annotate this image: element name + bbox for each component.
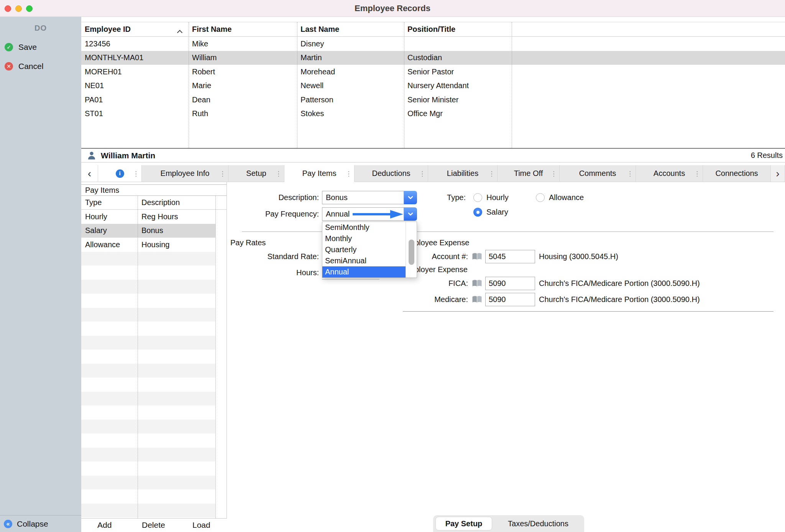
dropdown-option[interactable]: Quarterly [322,244,406,255]
window-title: Employee Records [355,3,430,13]
tab-deductions[interactable]: Deductions ⋮ [355,165,428,182]
load-button[interactable]: Load [192,521,210,530]
medicare-label: Medicare: [395,293,468,306]
pay-items-rows: Hourly Reg Hours Salary Bonus Allowance … [81,210,215,518]
tab-handle-icon: ⋮ [550,169,557,177]
add-button[interactable]: Add [97,521,112,530]
empty-row [81,476,215,490]
save-button[interactable]: ✓ Save [0,43,81,52]
radio-icon [473,193,482,202]
info-icon: i [116,169,124,178]
empty-row [81,336,215,350]
medicare-description: Church's FICA/Medicare Portion (3000.509… [539,293,700,306]
tab-handle-icon: ⋮ [488,169,495,177]
hours-label: Hours: [238,266,319,279]
description-label: Description: [238,191,319,204]
close-window-button[interactable] [5,5,11,12]
account-lookup-icon[interactable] [472,295,482,305]
tab-comments[interactable]: Comments ⋮ [560,165,636,182]
tab-handle-icon: ⋮ [133,169,139,177]
type-label: Type: [425,191,466,204]
description-dropdown[interactable]: Bonus [322,191,417,204]
record-header: William Martin 6 Results [81,148,785,163]
table-row[interactable]: NE01 Marie Newell Nursery Attendant [81,79,785,93]
table-row[interactable]: ST01 Ruth Stokes Office Mgr [81,107,785,121]
fica-account-field[interactable]: 5090 [485,277,535,290]
list-item[interactable]: Hourly Reg Hours [81,210,215,224]
column-header-last-name[interactable]: Last Name [297,25,404,34]
pay-frequency-label: Pay Frequency: [238,207,319,221]
pay-frequency-options-popup: SemiMonthly Monthly Quarterly SemiAnnual… [322,222,417,278]
column-header-type[interactable]: Type [81,198,138,207]
cancel-button[interactable]: ✕ Cancel [0,62,81,71]
empty-row [81,280,215,294]
list-item[interactable]: Allowance Housing [81,238,215,252]
table-row[interactable]: 123456 Mike Disney [81,37,785,51]
tab-time-off[interactable]: Time Off ⋮ [498,165,560,182]
empty-row [81,294,215,308]
bottom-tab-bar: Pay Setup Taxes/Deductions [433,515,584,532]
tab-pay-items[interactable]: Pay Items ⋮ [284,165,355,182]
chevron-down-icon[interactable] [404,207,417,221]
radio-selected-icon [473,208,482,217]
tab-setup[interactable]: Setup ⋮ [228,165,284,182]
sidebar: DO ✓ Save ✕ Cancel « Collapse [0,17,81,532]
popup-scrollbar[interactable] [406,222,417,277]
table-row[interactable]: MOREH01 Robert Morehead Senior Pastor [81,65,785,79]
column-header-employee-id[interactable]: Employee ID [81,25,189,34]
delete-button[interactable]: Delete [142,521,165,530]
empty-row [81,489,215,504]
tab-liabilities[interactable]: Liabilities ⋮ [428,165,498,182]
list-item-selected[interactable]: Salary Bonus [81,224,215,238]
dropdown-options: SemiMonthly Monthly Quarterly SemiAnnual… [322,222,406,277]
radio-icon [536,193,545,202]
person-icon [87,151,96,160]
minimize-window-button[interactable] [15,5,22,12]
column-header-position[interactable]: Position/Title [404,25,512,34]
pay-items-footer: Add Delete Load [81,518,227,532]
account-lookup-icon[interactable] [472,252,482,263]
column-header-description[interactable]: Description [138,198,227,207]
titlebar: Employee Records [0,0,785,17]
radio-hourly[interactable]: Hourly [473,191,509,204]
zoom-window-button[interactable] [26,5,33,12]
empty-row [81,420,215,434]
tab-employee-info[interactable]: Employee Info ⋮ [142,165,228,182]
tab-accounts[interactable]: Accounts ⋮ [636,165,703,182]
pay-frequency-dropdown[interactable]: Annual [322,207,417,221]
empty-row [81,378,215,392]
dropdown-option[interactable]: SemiAnnual [322,255,406,266]
tab-taxes-deductions[interactable]: Taxes/Deductions [492,519,584,528]
record-name: William Martin [101,151,155,160]
account-lookup-icon[interactable] [472,279,482,289]
column-divider [215,196,216,518]
tab-handle-icon: ⋮ [275,169,282,177]
tab-handle-icon: ⋮ [219,169,226,177]
collapse-button[interactable]: « Collapse [0,515,81,532]
dropdown-option-highlighted[interactable]: Annual [322,266,406,277]
tab-connections[interactable]: Connections [703,165,771,182]
sort-ascending-icon [177,30,182,34]
radio-allowance[interactable]: Allowance [536,191,584,204]
fica-description: Church's FICA/Medicare Portion (3000.509… [539,277,700,290]
tab-record-info[interactable]: i ⋮ [98,165,142,182]
tab-pay-setup[interactable]: Pay Setup [435,517,492,530]
radio-salary[interactable]: Salary [473,205,508,219]
empty-row [81,406,215,420]
table-row[interactable]: PA01 Dean Patterson Senior Minister [81,93,785,107]
employee-table: Employee ID First Name Last Name Positio… [81,22,785,148]
pay-items-panel: Pay Items Type Description Hourly Reg Ho… [81,182,227,518]
table-row-selected[interactable]: MONTHLY-MA01 William Martin Custodian [81,51,785,65]
dropdown-option[interactable]: Monthly [322,233,406,244]
scrollbar-thumb[interactable] [409,240,414,265]
empty-row [81,322,215,336]
empty-row [81,308,215,322]
dropdown-option[interactable]: SemiMonthly [322,222,406,233]
chevron-down-icon[interactable] [404,191,417,204]
tabs-scroll-left-button[interactable]: ‹ [81,165,98,182]
collapse-icon: « [4,520,12,528]
column-header-first-name[interactable]: First Name [189,25,297,34]
tabs-scroll-right-button[interactable]: › [771,165,785,182]
account-number-field[interactable]: 5045 [485,250,535,263]
medicare-account-field[interactable]: 5090 [485,293,535,306]
